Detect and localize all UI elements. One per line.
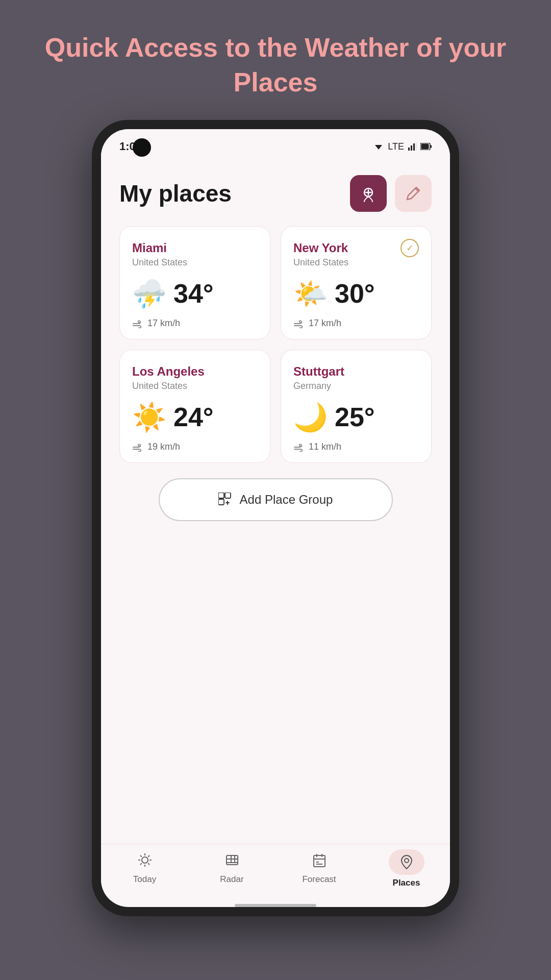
weather-card-losangeles[interactable]: Los Angeles United States ☀️ 24° 19 km/h bbox=[119, 350, 270, 463]
edit-button[interactable] bbox=[395, 175, 432, 212]
nav-label-radar: Radar bbox=[220, 874, 243, 885]
nav-item-radar[interactable]: Radar bbox=[188, 852, 276, 885]
today-icon bbox=[137, 852, 153, 871]
svg-line-23 bbox=[140, 855, 141, 857]
page-title: Quick Access to the Weather of your Plac… bbox=[0, 0, 551, 120]
svg-rect-14 bbox=[225, 493, 231, 498]
svg-rect-15 bbox=[218, 499, 224, 505]
card-country-stuttgart: Germany bbox=[293, 381, 419, 391]
card-wind-stuttgart: 11 km/h bbox=[293, 442, 419, 452]
nav-item-places[interactable]: Places bbox=[363, 849, 450, 888]
nav-label-forecast: Forecast bbox=[302, 874, 336, 885]
card-weather-row-losangeles: ☀️ 24° bbox=[132, 402, 258, 432]
wind-icon-stuttgart bbox=[293, 443, 305, 452]
svg-rect-32 bbox=[314, 855, 325, 867]
header-buttons bbox=[350, 175, 432, 212]
svg-rect-1 bbox=[408, 148, 410, 151]
svg-rect-27 bbox=[227, 855, 238, 865]
wind-text-stuttgart: 11 km/h bbox=[309, 442, 341, 452]
forecast-icon bbox=[312, 852, 327, 871]
svg-rect-7 bbox=[421, 144, 429, 150]
weather-grid: Miami United States ⛈️ 34° 17 km/h bbox=[119, 226, 432, 463]
card-weather-row-miami: ⛈️ 34° bbox=[132, 278, 258, 309]
places-title: My places bbox=[119, 180, 232, 207]
edit-icon bbox=[405, 185, 421, 202]
svg-rect-4 bbox=[416, 142, 416, 151]
weather-icon-losangeles: ☀️ bbox=[132, 403, 166, 431]
card-temp-stuttgart: 25° bbox=[335, 402, 375, 432]
wind-text-losangeles: 19 km/h bbox=[147, 442, 180, 452]
svg-rect-2 bbox=[411, 145, 412, 151]
svg-line-26 bbox=[140, 863, 141, 865]
card-wind-losangeles: 19 km/h bbox=[132, 442, 258, 452]
card-country-miami: United States bbox=[132, 257, 258, 268]
radar-icon bbox=[224, 852, 240, 871]
nav-item-forecast[interactable]: Forecast bbox=[276, 852, 363, 885]
nav-item-today[interactable]: Today bbox=[101, 852, 188, 885]
card-country-newyork: United States bbox=[293, 257, 419, 268]
weather-card-stuttgart[interactable]: Stuttgart Germany 🌙 25° 11 km/h bbox=[281, 350, 432, 463]
svg-point-38 bbox=[405, 859, 409, 863]
camera-hole bbox=[133, 138, 151, 157]
wifi-icon bbox=[373, 142, 384, 151]
svg-line-24 bbox=[148, 863, 149, 865]
card-city-stuttgart: Stuttgart bbox=[293, 364, 419, 379]
card-weather-row-newyork: 🌤️ 30° bbox=[293, 278, 419, 309]
check-badge-newyork: ✓ bbox=[400, 239, 419, 257]
weather-card-newyork[interactable]: ✓ New York United States 🌤️ 30° 17 km/h bbox=[281, 226, 432, 339]
nav-label-today: Today bbox=[133, 874, 156, 885]
svg-point-18 bbox=[142, 857, 148, 863]
card-wind-newyork: 17 km/h bbox=[293, 318, 419, 329]
home-indicator bbox=[235, 904, 316, 907]
wind-text-newyork: 17 km/h bbox=[309, 318, 341, 329]
card-temp-newyork: 30° bbox=[335, 278, 375, 309]
weather-icon-newyork: 🌤️ bbox=[293, 280, 328, 307]
signal-icon bbox=[408, 142, 416, 151]
card-temp-losangeles: 24° bbox=[173, 402, 214, 432]
card-weather-row-stuttgart: 🌙 25° bbox=[293, 402, 419, 432]
svg-line-25 bbox=[148, 855, 149, 857]
card-temp-miami: 34° bbox=[173, 278, 214, 309]
add-location-icon bbox=[359, 184, 378, 203]
wind-icon-newyork bbox=[293, 319, 305, 328]
places-icon bbox=[389, 849, 424, 875]
wind-text-miami: 17 km/h bbox=[147, 318, 180, 329]
phone-screen: 1:00 LTE bbox=[101, 129, 450, 907]
add-group-label: Add Place Group bbox=[240, 493, 333, 507]
svg-rect-6 bbox=[431, 145, 432, 148]
svg-rect-3 bbox=[413, 143, 415, 151]
card-city-miami: Miami bbox=[132, 241, 258, 255]
add-location-button[interactable] bbox=[350, 175, 387, 212]
card-city-losangeles: Los Angeles bbox=[132, 364, 258, 379]
card-wind-miami: 17 km/h bbox=[132, 318, 258, 329]
weather-card-miami[interactable]: Miami United States ⛈️ 34° 17 km/h bbox=[119, 226, 270, 339]
weather-icon-miami: ⛈️ bbox=[132, 280, 166, 307]
phone-device: 1:00 LTE bbox=[92, 120, 459, 916]
bottom-nav: Today Radar bbox=[101, 844, 450, 900]
nav-label-places: Places bbox=[393, 878, 420, 888]
svg-rect-13 bbox=[218, 493, 224, 498]
screen-content: My places bbox=[101, 160, 450, 844]
places-header: My places bbox=[119, 170, 432, 212]
battery-icon bbox=[420, 143, 432, 150]
status-icons: LTE bbox=[373, 141, 432, 152]
add-group-icon bbox=[218, 493, 233, 507]
status-bar: 1:00 LTE bbox=[101, 129, 450, 160]
svg-marker-0 bbox=[375, 145, 382, 150]
lte-label: LTE bbox=[388, 141, 404, 152]
wind-icon-miami bbox=[132, 319, 143, 328]
card-country-losangeles: United States bbox=[132, 381, 258, 391]
add-place-group-button[interactable]: Add Place Group bbox=[159, 478, 393, 521]
weather-icon-stuttgart: 🌙 bbox=[293, 403, 328, 431]
wind-icon-losangeles bbox=[132, 443, 143, 452]
